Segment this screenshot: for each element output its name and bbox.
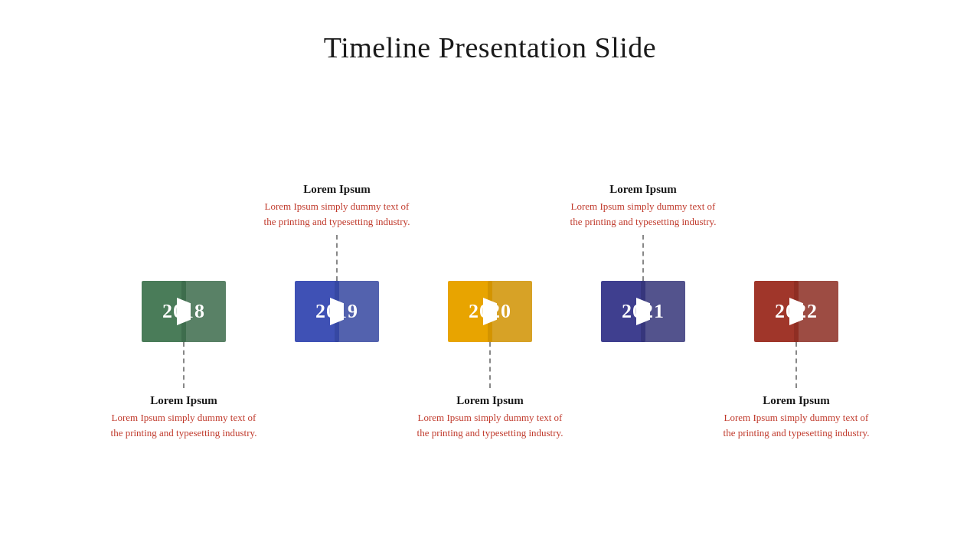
top-desc-2019: Lorem Ipsum simply dummy text of the pri… (260, 199, 413, 229)
timeline-area: 2018Lorem IpsumLorem Ipsum simply dummy … (0, 64, 980, 551)
bottom-desc-2022: Lorem Ipsum simply dummy text of the pri… (720, 410, 873, 440)
timeline-item-2019: Lorem IpsumLorem Ipsum simply dummy text… (260, 128, 413, 487)
slide: Timeline Presentation Slide 2018Lorem Ip… (0, 0, 980, 551)
timeline-item-2022: 2022Lorem IpsumLorem Ipsum simply dummy … (720, 128, 873, 487)
dashed-top-2019 (336, 235, 338, 281)
year-label-2019: 2019 (295, 300, 379, 323)
dashed-top-2021 (642, 235, 644, 281)
top-text-2019: Lorem IpsumLorem Ipsum simply dummy text… (260, 128, 413, 235)
slide-title: Timeline Presentation Slide (324, 31, 656, 64)
year-badge-2018: 2018 (142, 281, 226, 342)
top-heading-2019: Lorem Ipsum (303, 183, 371, 196)
year-badge-2022: 2022 (754, 281, 838, 342)
year-label-2022: 2022 (754, 300, 838, 323)
bottom-heading-2020: Lorem Ipsum (456, 394, 524, 407)
top-heading-2021: Lorem Ipsum (609, 183, 677, 196)
year-label-2018: 2018 (142, 300, 226, 323)
timeline-item-2020: 2020Lorem IpsumLorem Ipsum simply dummy … (413, 128, 567, 487)
bottom-heading-2018: Lorem Ipsum (150, 394, 217, 407)
year-label-2020: 2020 (448, 300, 532, 323)
bottom-text-2022: Lorem IpsumLorem Ipsum simply dummy text… (720, 388, 873, 487)
bottom-desc-2020: Lorem Ipsum simply dummy text of the pri… (413, 410, 567, 440)
year-badge-2019: 2019 (295, 281, 379, 342)
top-text-2021: Lorem IpsumLorem Ipsum simply dummy text… (567, 128, 720, 235)
bottom-heading-2022: Lorem Ipsum (763, 394, 830, 407)
year-badge-2020: 2020 (448, 281, 532, 342)
timeline-item-2021: Lorem IpsumLorem Ipsum simply dummy text… (567, 128, 720, 487)
dashed-bottom-2018 (183, 342, 185, 388)
dashed-bottom-2022 (795, 342, 797, 388)
year-badge-2021: 2021 (601, 281, 685, 342)
timeline-item-2018: 2018Lorem IpsumLorem Ipsum simply dummy … (107, 128, 260, 487)
bottom-desc-2018: Lorem Ipsum simply dummy text of the pri… (107, 410, 260, 440)
dashed-bottom-2020 (489, 342, 491, 388)
bottom-text-2018: Lorem IpsumLorem Ipsum simply dummy text… (107, 388, 260, 487)
top-desc-2021: Lorem Ipsum simply dummy text of the pri… (567, 199, 720, 229)
year-label-2021: 2021 (601, 300, 685, 323)
bottom-text-2020: Lorem IpsumLorem Ipsum simply dummy text… (413, 388, 567, 487)
